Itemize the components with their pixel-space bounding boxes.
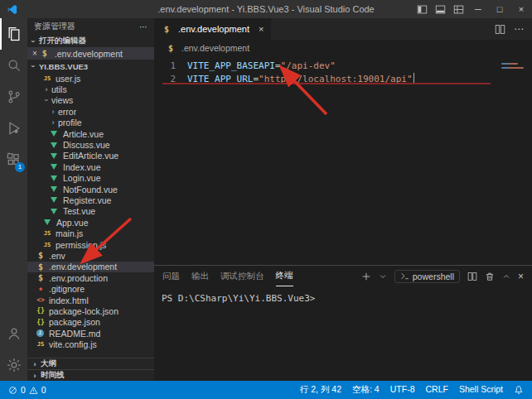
tree-item-main.js[interactable]: JSmain.js: [27, 228, 154, 238]
close-panel-icon[interactable]: ×: [518, 271, 524, 282]
terminal[interactable]: PS D:\CSharp\Yi\Yi.BBS.Vue3>: [154, 286, 532, 381]
tab-strip: $ .env.development × ⋯: [154, 18, 532, 40]
tree-item-label: user.js: [56, 74, 80, 84]
tree-item-package-lock.json[interactable]: {}package-lock.json: [27, 305, 154, 316]
accounts-button[interactable]: [0, 318, 27, 349]
shell-selector[interactable]: powershell: [394, 270, 460, 283]
code-editor[interactable]: 1VITE_APP_BASEAPI="/api-dev"2VITE_APP_UR…: [154, 56, 532, 265]
search-icon: [6, 57, 22, 74]
tree-item-NotFound.vue[interactable]: NotFound.vue: [27, 184, 154, 195]
minimize-button[interactable]: ─: [467, 0, 489, 18]
tree-item-.gitignore[interactable]: ◆.gitignore: [27, 283, 154, 294]
notifications-bell-icon[interactable]: [514, 385, 524, 395]
tree-item-utils[interactable]: ›utils: [27, 84, 154, 94]
tree-item-label: Article.vue: [63, 129, 104, 139]
sidebar-more-actions-icon[interactable]: ⋯: [139, 22, 148, 31]
status-item[interactable]: 空格: 4: [352, 384, 380, 396]
env-file-icon: $: [36, 273, 46, 282]
tree-item-profile[interactable]: ›profile: [27, 118, 154, 128]
tree-item-.env.production[interactable]: $.env.production: [27, 272, 154, 283]
tree-item-label: views: [51, 95, 73, 105]
minimap[interactable]: [497, 58, 532, 116]
tree-item-EditArticle.vue[interactable]: EditArticle.vue: [27, 151, 154, 161]
close-tab-icon[interactable]: ×: [259, 24, 264, 34]
tree-item-Article.vue[interactable]: Article.vue: [27, 128, 154, 139]
kill-terminal-icon[interactable]: [485, 272, 495, 281]
status-item[interactable]: Shell Script: [459, 384, 503, 396]
tree-item-Index.vue[interactable]: Index.vue: [27, 161, 154, 172]
files-icon: [6, 26, 22, 42]
tree-item-vite.config.js[interactable]: JSvite.config.js: [27, 339, 154, 349]
tree-item-Discuss.vue[interactable]: Discuss.vue: [27, 139, 154, 150]
title-bar: .env.development - Yi.BBS.Vue3 - Visual …: [0, 0, 532, 18]
toggle-panel-icon[interactable]: [431, 0, 449, 18]
vscode-window: .env.development - Yi.BBS.Vue3 - Visual …: [0, 0, 532, 399]
vue-file-icon: [44, 219, 51, 225]
open-editor-item-env-development[interactable]: × $ .env.development: [27, 47, 154, 60]
tree-item-.env.development[interactable]: $.env.development: [27, 262, 154, 272]
panel-tab-终端[interactable]: 终端: [276, 266, 293, 286]
error-count: 0: [21, 385, 26, 395]
activity-source-control-button[interactable]: [0, 81, 27, 113]
vue-file-icon: [51, 209, 57, 214]
activity-search-button[interactable]: [0, 50, 27, 81]
tree-item-Login.vue[interactable]: Login.vue: [27, 173, 154, 184]
panel-tab-问题[interactable]: 问题: [162, 266, 180, 286]
tree-item-permission.js[interactable]: JSpermission.js: [27, 239, 154, 250]
tree-item-label: Index.vue: [63, 162, 101, 172]
panel-tab-调试控制台[interactable]: 调试控制台: [220, 266, 264, 286]
outline-label: 大纲: [41, 358, 56, 369]
bottom-panel: 问题输出调试控制台终端 powershell: [154, 265, 532, 381]
open-editors-section-header[interactable]: › 打开的编辑器: [27, 35, 154, 47]
close-window-button[interactable]: ×: [510, 0, 532, 18]
tree-item-label: .env: [49, 251, 65, 261]
editor-more-actions-icon[interactable]: ⋯: [514, 23, 524, 35]
project-section-header[interactable]: › YI.BBS.VUE3: [27, 60, 154, 73]
code-line-1: 1VITE_APP_BASEAPI="/api-dev": [154, 60, 532, 73]
toggle-sidebar-icon[interactable]: [413, 0, 431, 18]
status-item[interactable]: CRLF: [425, 384, 447, 396]
tree-item-Register.vue[interactable]: Register.vue: [27, 195, 154, 205]
tree-item-views[interactable]: ›views: [27, 95, 154, 106]
status-item[interactable]: 行 2, 列 42: [300, 384, 341, 396]
code-token: VITE_APP_URL: [187, 74, 253, 84]
activity-explorer-button[interactable]: [0, 18, 27, 50]
tree-item-label: Register.vue: [63, 195, 111, 205]
new-terminal-icon[interactable]: [361, 272, 371, 281]
env-file-icon: $: [162, 25, 172, 34]
file-tree: JSuser.js›utils›views›error›profileArtic…: [27, 73, 154, 350]
tree-item-package.json[interactable]: {}package.json: [27, 317, 154, 328]
problems-status[interactable]: 0 0: [8, 385, 46, 395]
tree-item-App.vue[interactable]: App.vue: [27, 217, 154, 228]
breadcrumb[interactable]: $ .env.development: [154, 40, 532, 56]
settings-button[interactable]: [0, 349, 27, 381]
terminal-dropdown-icon[interactable]: [379, 272, 387, 281]
code-token: VITE_APP_BASEAPI: [187, 60, 275, 71]
window-controls: ─ □ ×: [413, 0, 532, 18]
tree-item-user.js[interactable]: JSuser.js: [27, 73, 154, 84]
code-line-2: 2VITE_APP_URL="http://localhost:19001/ap…: [154, 73, 532, 86]
customize-layout-icon[interactable]: [449, 0, 467, 18]
activity-run-debug-button[interactable]: [0, 113, 27, 144]
panel-tab-输出[interactable]: 输出: [191, 266, 209, 286]
status-item[interactable]: UTF-8: [390, 384, 415, 396]
timeline-label: 时间线: [41, 370, 65, 381]
tree-item-label: README.md: [49, 329, 100, 339]
maximize-panel-icon[interactable]: [502, 272, 510, 281]
tree-item-index.html[interactable]: <>index.html: [27, 295, 154, 305]
warning-count: 0: [41, 385, 46, 395]
tree-item-README.md[interactable]: iREADME.md: [27, 328, 154, 339]
split-terminal-icon[interactable]: [467, 272, 477, 281]
maximize-button[interactable]: □: [489, 0, 510, 18]
tree-item-error[interactable]: ›error: [27, 106, 154, 117]
tree-item-Test.vue[interactable]: Test.vue: [27, 206, 154, 217]
split-editor-icon[interactable]: [495, 24, 505, 35]
timeline-section-header[interactable]: › 时间线: [27, 369, 154, 381]
tab-env-development[interactable]: $ .env.development ×: [154, 18, 271, 40]
activity-extensions-button[interactable]: 1: [0, 144, 27, 175]
outline-section-header[interactable]: › 大纲: [27, 358, 154, 369]
js-file-icon: JS: [42, 75, 52, 82]
close-editor-icon[interactable]: ×: [32, 49, 37, 58]
minimap-line-mark: [501, 63, 518, 65]
tree-item-.env[interactable]: $.env: [27, 250, 154, 261]
